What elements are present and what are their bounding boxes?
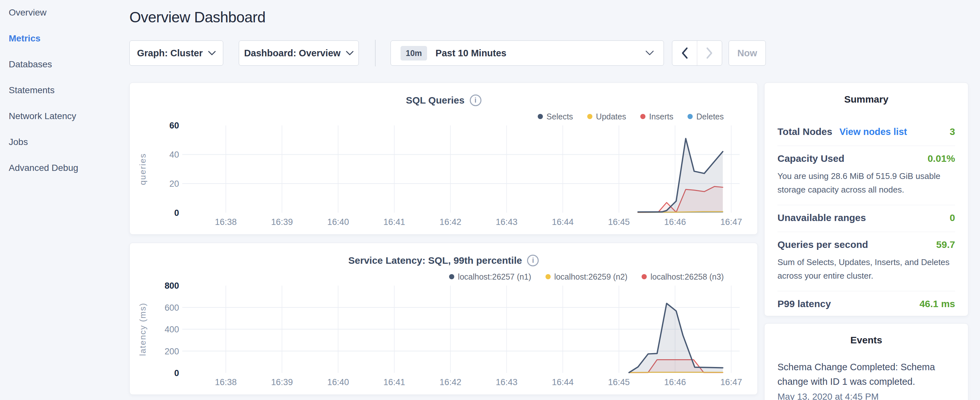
svg-text:60: 60 [170,121,179,131]
summary-row-value: 59.7 [936,239,955,250]
svg-text:40: 40 [170,150,179,159]
time-step-forward-button[interactable] [697,41,722,65]
event-timestamp: May 13, 2020 at 4:45 PM [778,392,955,400]
sql-queries-chart-card: SQL Queries i SelectsUpdatesInsertsDelet… [129,83,758,234]
svg-text:16:47: 16:47 [720,217,742,227]
summary-heading: Summary [778,94,955,105]
service-latency-plot[interactable]: 16:3816:3916:4016:4116:4216:4316:4416:45… [130,243,757,395]
svg-text:16:40: 16:40 [327,217,349,227]
summary-row-description: Sum of Selects, Updates, Inserts, and De… [778,255,955,282]
chevron-down-icon [346,51,354,56]
summary-row-label: Queries per second [778,239,868,250]
summary-row-capacity-used: Capacity Used 0.01% You are using 28.6 M… [778,146,955,205]
svg-text:0: 0 [174,368,179,378]
svg-text:16:38: 16:38 [215,217,237,227]
svg-text:400: 400 [165,325,179,334]
summary-row-description: You are using 28.6 MiB of 515.9 GiB usab… [778,169,955,196]
summary-row-label: Total Nodes [778,126,832,137]
summary-row-value: 0.01% [928,153,955,164]
time-range-dropdown[interactable]: 10m Past 10 Minutes [390,40,664,66]
events-panel: Events Schema Change Completed: Schema c… [764,323,968,400]
summary-row-value: 0 [950,212,955,223]
svg-text:16:38: 16:38 [215,377,237,387]
toolbar-divider [375,40,375,66]
time-window-label: Past 10 Minutes [436,48,506,59]
svg-text:queries: queries [138,153,147,185]
chevron-down-icon [208,51,216,56]
summary-row-unavailable-ranges: Unavailable ranges 0 [778,205,955,232]
summary-row-p99-latency: P99 latency 46.1 ms [778,291,955,318]
chevron-down-icon [646,51,654,56]
event-list-item[interactable]: Schema Change Completed: Schema change w… [778,360,955,400]
svg-text:16:43: 16:43 [496,217,517,227]
svg-text:20: 20 [170,179,179,189]
summary-row-value: 3 [950,126,955,137]
svg-text:200: 200 [165,347,179,356]
svg-text:16:39: 16:39 [271,377,293,387]
time-step-back-button[interactable] [672,41,697,65]
summary-row-label: Unavailable ranges [778,212,866,223]
chevron-left-icon [681,47,689,59]
svg-text:16:46: 16:46 [664,217,686,227]
summary-row-label: Capacity Used [778,153,845,164]
chevron-right-icon [706,47,713,59]
svg-text:16:45: 16:45 [608,377,630,387]
summary-row-value: 46.1 ms [920,298,955,309]
svg-text:16:45: 16:45 [608,217,630,227]
sidebar-item-network-latency[interactable]: Network Latency [9,111,76,122]
sidebar-item-metrics[interactable]: Metrics [9,33,40,44]
svg-text:16:44: 16:44 [552,377,574,387]
svg-text:16:47: 16:47 [720,377,742,387]
summary-row-label: P99 latency [778,298,831,309]
svg-text:16:41: 16:41 [383,377,405,387]
sql-queries-plot[interactable]: 16:3816:3916:4016:4116:4216:4316:4416:45… [130,83,757,234]
svg-text:16:44: 16:44 [552,217,574,227]
svg-text:latency (ms): latency (ms) [138,303,147,356]
summary-row-total-nodes: Total Nodes View nodes list 3 [778,119,955,146]
sidebar-item-statements[interactable]: Statements [9,85,55,96]
now-button[interactable]: Now [729,40,766,66]
sidebar-item-advanced-debug[interactable]: Advanced Debug [9,163,78,174]
graph-source-dropdown-label: Graph: Cluster [137,48,202,59]
dashboard-dropdown[interactable]: Dashboard: Overview [239,40,359,66]
service-latency-chart-card: Service Latency: SQL, 99th percentile i … [129,243,758,395]
svg-text:600: 600 [165,303,179,312]
sidebar-item-jobs[interactable]: Jobs [9,137,28,148]
svg-text:16:42: 16:42 [440,377,461,387]
graph-source-dropdown[interactable]: Graph: Cluster [129,40,223,66]
svg-text:16:43: 16:43 [496,377,517,387]
events-heading: Events [778,335,955,346]
svg-text:16:41: 16:41 [383,217,405,227]
page-title: Overview Dashboard [129,8,266,26]
summary-panel: Summary Total Nodes View nodes list 3 Ca… [764,83,968,316]
sidebar: Overview Metrics Databases Statements Ne… [0,0,129,400]
view-nodes-list-link[interactable]: View nodes list [839,126,907,137]
sidebar-item-databases[interactable]: Databases [9,59,52,70]
sidebar-item-overview[interactable]: Overview [9,7,46,18]
time-window-badge: 10m [401,46,427,61]
dashboard-dropdown-label: Dashboard: Overview [244,48,340,59]
svg-text:16:40: 16:40 [327,377,349,387]
event-text: Schema Change Completed: Schema change w… [778,360,955,389]
now-button-label: Now [737,48,757,59]
time-step-control [672,40,722,66]
svg-text:16:46: 16:46 [664,377,686,387]
svg-text:0: 0 [174,208,179,218]
svg-text:800: 800 [165,281,179,291]
svg-text:16:42: 16:42 [440,217,461,227]
summary-row-queries-per-second: Queries per second 59.7 Sum of Selects, … [778,232,955,291]
svg-text:16:39: 16:39 [271,217,293,227]
